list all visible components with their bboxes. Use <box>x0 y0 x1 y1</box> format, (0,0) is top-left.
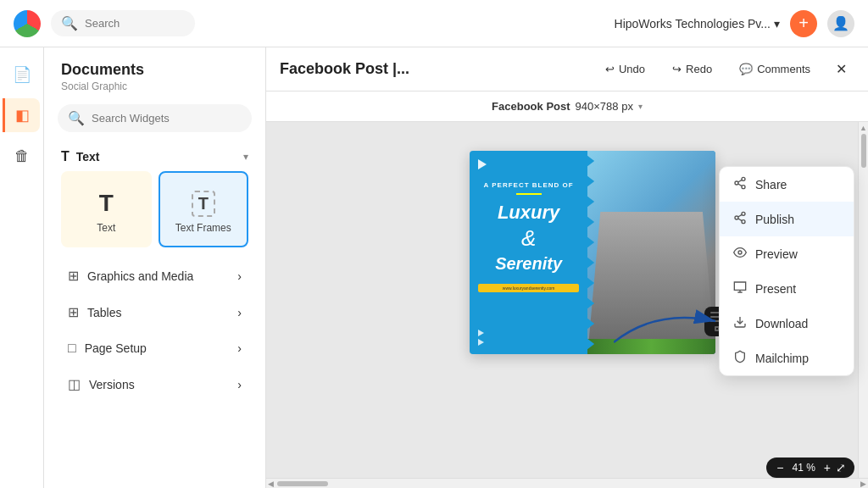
svg-point-10 <box>738 251 742 254</box>
text-section-header[interactable]: T Text ▾ <box>51 141 259 171</box>
share-icon <box>733 176 747 192</box>
text-widgets-grid: T Text T Text Frames <box>51 171 259 258</box>
sidebar-icon-doc[interactable]: 📄 <box>5 58 39 92</box>
zoom-expand-button[interactable]: ⤢ <box>836 461 846 474</box>
avatar-button[interactable]: 👤 <box>827 10 854 37</box>
text-frames-widget-icon: T <box>192 191 215 217</box>
canvas-url: www.luxuryandserenity.com <box>478 284 579 292</box>
canvas-content: A PERFECT BLEND OF Luxury & Serenity www… <box>266 122 868 488</box>
svg-point-1 <box>735 181 738 185</box>
size-dropdown-icon[interactable]: ▾ <box>638 102 643 111</box>
mailchimp-icon <box>733 350 747 366</box>
text-section-title: T Text <box>61 149 100 164</box>
page-setup-chevron: › <box>237 341 242 355</box>
page-setup-icon: □ <box>68 341 76 356</box>
svg-point-6 <box>735 216 738 219</box>
canvas-luxury: Luxury <box>478 203 579 222</box>
sidebar-item-graphics-media[interactable]: ⊞ Graphics and Media › <box>51 258 259 294</box>
search-input[interactable] <box>85 17 178 30</box>
workspace-selector[interactable]: HipoWorks Technologies Pv... ▾ <box>615 17 780 30</box>
dropdown-item-download[interactable]: Download <box>720 306 854 341</box>
canvas-area: Facebook Post |... ↩ Undo ↪ Redo 💬 Comme… <box>266 47 868 488</box>
scroll-thumb-h[interactable] <box>277 481 328 486</box>
grass-area <box>587 339 715 354</box>
sidebar-icon-trash[interactable]: 🗑 <box>5 139 39 173</box>
sidebar-icons: 📄 ◧ 🗑 <box>0 47 44 488</box>
dropdown-item-present[interactable]: Present <box>720 271 854 306</box>
download-label: Download <box>755 317 808 330</box>
dropdown-item-share[interactable]: Share <box>720 167 854 202</box>
doc-title: Facebook Post |... <box>280 60 409 78</box>
widget-text[interactable]: T Text <box>61 171 152 247</box>
search-box[interactable]: 🔍 <box>51 10 195 36</box>
scroll-left-arrow[interactable]: ◀ <box>268 480 274 488</box>
search-widgets-input[interactable] <box>92 112 242 125</box>
share-label: Share <box>755 178 787 191</box>
sidebar-panel: Documents Social Graphic 🔍 T Text ▾ T Te… <box>44 47 266 488</box>
scroll-right-arrow[interactable]: ▶ <box>860 480 866 488</box>
text-section: T Text ▾ T Text T Text Frames <box>44 141 265 258</box>
versions-label: Versions <box>89 378 135 391</box>
sidebar-icon-layers[interactable]: ◧ <box>3 98 40 132</box>
sidebar-title: Documents <box>61 61 248 79</box>
canvas-toolbar-right: ↩ Undo ↪ Redo 💬 Comments ✕ <box>595 56 854 83</box>
zoom-out-button[interactable]: − <box>775 461 785 474</box>
size-bar: Facebook Post 940×788 px ▾ <box>266 92 868 122</box>
dropdown-item-preview[interactable]: Preview <box>720 236 854 271</box>
svg-point-7 <box>742 220 745 224</box>
undo-icon: ↩ <box>605 63 615 75</box>
topbar: 🔍 HipoWorks Technologies Pv... ▾ + 👤 <box>0 0 868 47</box>
text-icon: T <box>61 149 70 164</box>
redo-icon: ↪ <box>672 63 682 75</box>
canvas-and: & <box>478 227 579 249</box>
svg-line-4 <box>738 180 743 182</box>
svg-line-9 <box>738 214 743 217</box>
add-button[interactable]: + <box>790 10 817 37</box>
download-icon <box>733 315 747 331</box>
svg-point-5 <box>742 212 745 215</box>
arrow-1 <box>478 330 484 336</box>
design-canvas: A PERFECT BLEND OF Luxury & Serenity www… <box>470 151 715 354</box>
search-widgets-icon: 🔍 <box>68 110 85 126</box>
close-button[interactable]: ✕ <box>827 56 854 83</box>
present-label: Present <box>755 282 796 296</box>
undo-button[interactable]: ↩ Undo <box>595 57 655 81</box>
canvas-headline: A PERFECT BLEND OF <box>478 181 579 190</box>
svg-line-3 <box>738 184 743 186</box>
canvas-serenity: Serenity <box>478 254 579 274</box>
tables-label: Tables <box>87 306 121 319</box>
redo-button[interactable]: ↪ Redo <box>662 57 722 81</box>
main-layout: 📄 ◧ 🗑 Documents Social Graphic 🔍 T Text … <box>0 47 868 488</box>
canvas-building-area <box>587 151 715 354</box>
canvas-headline-block: A PERFECT BLEND OF <box>478 181 579 198</box>
search-widgets-box[interactable]: 🔍 <box>58 104 252 132</box>
graphics-media-icon: ⊞ <box>68 268 79 284</box>
text-section-chevron: ▾ <box>243 151 248 163</box>
play-icon <box>478 159 487 169</box>
app-logo <box>14 10 41 37</box>
dropdown-item-mailchimp[interactable]: Mailchimp <box>720 341 854 375</box>
scroll-thumb-v[interactable] <box>861 134 866 168</box>
dropdown-item-publish[interactable]: Publish <box>720 202 854 236</box>
widget-text-frames[interactable]: T Text Frames <box>159 171 249 247</box>
sidebar-header: Documents Social Graphic <box>44 47 265 96</box>
sidebar-item-page-setup[interactable]: □ Page Setup › <box>51 330 259 366</box>
sidebar-item-versions[interactable]: ◫ Versions › <box>51 366 259 402</box>
arrow-2 <box>478 339 484 346</box>
building-image <box>587 151 715 354</box>
zoom-in-button[interactable]: + <box>822 461 832 474</box>
sidebar-item-tables[interactable]: ⊞ Tables › <box>51 294 259 330</box>
redo-label: Redo <box>686 63 712 75</box>
canvas-toolbar: Facebook Post |... ↩ Undo ↪ Redo 💬 Comme… <box>266 47 868 92</box>
comments-button[interactable]: 💬 Comments <box>729 57 821 81</box>
dimensions-label: 940×788 px <box>576 100 633 113</box>
scroll-up-arrow[interactable]: ▲ <box>860 124 867 132</box>
scroll-right: ▲ ▼ <box>858 122 868 488</box>
canvas-divider <box>516 193 542 195</box>
present-icon <box>733 280 747 297</box>
svg-line-8 <box>738 219 743 221</box>
scroll-bottom: ◀ ▶ <box>266 478 868 488</box>
publish-label: Publish <box>755 213 794 226</box>
workspace-label: HipoWorks Technologies Pv... <box>615 17 771 30</box>
text-frames-widget-label: Text Frames <box>175 222 231 234</box>
